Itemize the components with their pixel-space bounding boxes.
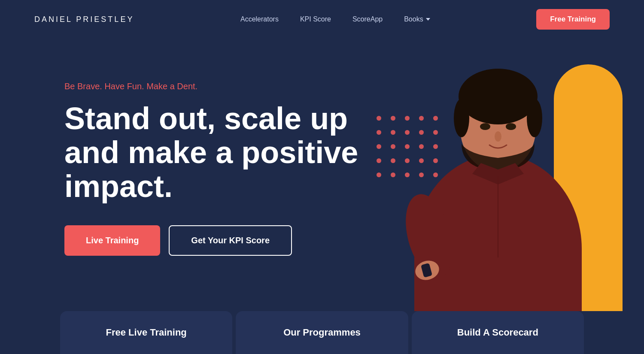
svg-point-5: [454, 99, 469, 137]
svg-rect-10: [504, 118, 517, 121]
bottom-cards: Free Live Training Our Programmes Build …: [0, 311, 644, 354]
bottom-card-our-programmes[interactable]: Our Programmes: [236, 311, 408, 354]
nav-links: Accelerators KPI Score ScoreApp Books: [240, 15, 430, 23]
nav-kpi-score[interactable]: KPI Score: [300, 15, 331, 23]
person-svg: [386, 51, 610, 311]
svg-point-4: [459, 69, 538, 124]
hero-buttons: Live Training Get Your KPI Score: [64, 225, 365, 256]
bottom-card-free-live-training[interactable]: Free Live Training: [60, 311, 232, 354]
person-image-area: [386, 51, 623, 311]
nav-scoreapp[interactable]: ScoreApp: [352, 15, 383, 23]
free-training-button[interactable]: Free Training: [536, 9, 610, 30]
svg-point-8: [506, 123, 516, 130]
hero-title: Stand out, scale up and make a positive …: [64, 102, 365, 204]
kpi-score-button[interactable]: Get Your KPI Score: [169, 225, 292, 256]
bottom-card-label-our-programmes: Our Programmes: [283, 327, 361, 338]
navbar: DANIEL PRIESTLEY Accelerators KPI Score …: [0, 0, 644, 39]
svg-point-11: [495, 131, 501, 142]
svg-point-6: [527, 99, 542, 137]
brand-logo[interactable]: DANIEL PRIESTLEY: [34, 15, 134, 24]
chevron-down-icon: [426, 18, 430, 21]
person-photo: [386, 51, 610, 311]
bottom-card-label-build-scorecard: Build A Scorecard: [457, 327, 538, 338]
svg-rect-9: [479, 118, 492, 121]
bottom-card-label-free-live-training: Free Live Training: [106, 327, 187, 338]
hero-content: Be Brave. Have Fun. Make a Dent. Stand o…: [64, 82, 365, 256]
nav-accelerators[interactable]: Accelerators: [240, 15, 279, 23]
hero-section: Be Brave. Have Fun. Make a Dent. Stand o…: [0, 39, 644, 311]
nav-books[interactable]: Books: [404, 15, 430, 23]
bottom-card-build-scorecard[interactable]: Build A Scorecard: [412, 311, 584, 354]
svg-point-7: [480, 123, 490, 130]
live-training-button[interactable]: Live Training: [64, 225, 160, 256]
hero-tagline: Be Brave. Have Fun. Make a Dent.: [64, 82, 365, 91]
